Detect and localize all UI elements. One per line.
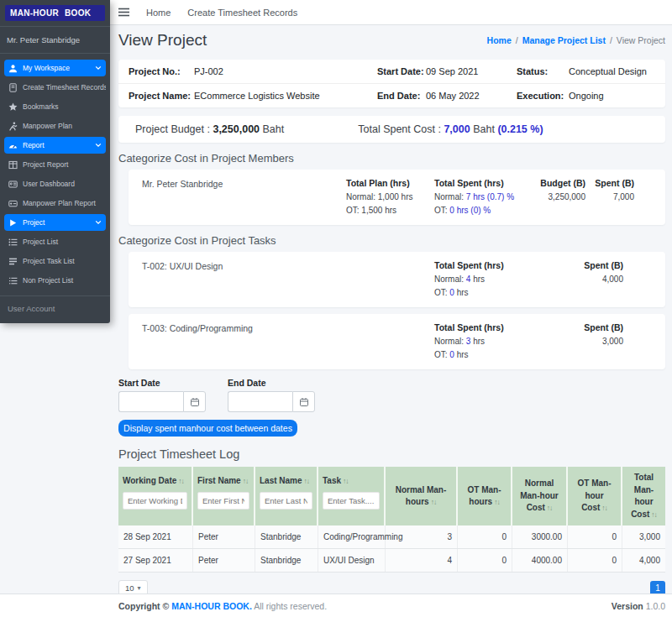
end-date-input[interactable] (228, 391, 292, 412)
brand-logo[interactable]: MAN-HOUR BOOK (5, 5, 105, 21)
cell-last-name: Stanbridge (255, 549, 318, 572)
nav-link-create-timesheet-records[interactable]: Create Timesheet Records (187, 8, 297, 18)
journal-icon (8, 83, 18, 92)
sort-icon[interactable]: ↑↓ (178, 477, 184, 485)
breadcrumb-home[interactable]: Home (487, 35, 512, 45)
calendar-icon[interactable] (292, 391, 315, 412)
start-date-label: Start Date: (377, 66, 426, 76)
sidebar-item-non-project-list[interactable]: Non Project List (4, 272, 106, 289)
cell-task: Coding/Programming (318, 525, 386, 548)
nav-link-home[interactable]: Home (146, 8, 171, 18)
cell-ot-man-hour-cost: 0 (568, 525, 622, 548)
column-header-first-name[interactable]: First Name↑↓ (193, 467, 255, 525)
filter-working-date-input[interactable] (123, 492, 187, 510)
gauge-icon (8, 141, 18, 150)
breadcrumb-separator: / (516, 35, 518, 45)
cell-total-man-hour-cost: 4,000 (622, 549, 665, 572)
member-plan-column: Total Plan (hrs) Normal: 1,000 hrs OT: 1… (346, 178, 434, 215)
sidebar-item-project-task-list[interactable]: Project Task List (4, 253, 106, 269)
filter-first-name-input[interactable] (197, 492, 249, 510)
sidebar-item-bookmarks[interactable]: Bookmarks (4, 98, 106, 115)
status-value: Conceptual Design (569, 66, 655, 76)
column-header-normal-man-hour-cost[interactable]: Normal Man-hour Cost↑↓ (512, 467, 568, 525)
task-spent-column: Total Spent (hrs) Normal: 3 hrs OT: 0 hr… (434, 322, 576, 359)
task-spent-amount-column: Spent (B) 3,000 (576, 322, 623, 359)
cell-ot-man-hour-cost: 0 (568, 549, 622, 572)
sidebar-item-manpower-plan-report[interactable]: Manpower Plan Report (4, 195, 106, 212)
table-row[interactable]: 28 Sep 2021 Peter Stanbridge Coding/Prog… (118, 525, 665, 549)
column-header-working-date[interactable]: Working Date↑↓ (118, 467, 193, 525)
sidebar-item-project-list[interactable]: Project List (4, 233, 106, 250)
breadcrumb-current: View Project (617, 35, 665, 45)
card-icon (8, 199, 18, 208)
spent-normal: Normal: 3 hrs (434, 337, 576, 346)
column-header-normal-man-hours[interactable]: Normal Man-hours↑↓ (386, 467, 458, 525)
calendar-icon[interactable] (183, 391, 206, 412)
brand-row: MAN-HOUR BOOK (0, 0, 110, 27)
sort-icon[interactable]: ↑↓ (601, 504, 607, 512)
cell-ot-man-hours: 0 (458, 525, 512, 548)
project-name-value: ECommerce Logistics Website (194, 91, 377, 101)
sort-icon[interactable]: ↑↓ (547, 504, 553, 512)
start-date-input[interactable] (118, 391, 183, 412)
project-no-value: PJ-002 (194, 66, 377, 76)
cell-first-name: Peter (193, 549, 255, 572)
breadcrumb-manage-project-list[interactable]: Manage Project List (522, 35, 606, 45)
non-list-icon (8, 276, 18, 285)
task-spent-column: Total Spent (hrs) Normal: 4 hrs OT: 0 hr… (434, 260, 576, 297)
date-range-filter: Start Date End Date (118, 378, 665, 412)
column-header-ot-man-hour-cost[interactable]: OT Man-hour Cost↑↓ (568, 467, 622, 525)
task-cost-card: T-002: UX/UI Design Total Spent (hrs) No… (129, 252, 665, 307)
page-size-select[interactable]: 10▾ (118, 580, 148, 593)
spent-header: Total Spent (hrs) (434, 178, 533, 188)
breadcrumb: Home / Manage Project List / View Projec… (487, 35, 665, 45)
sidebar-item-create-timesheet-records[interactable]: Create Timesheet Records (4, 79, 106, 96)
sidebar-user-name: Mr. Peter Stanbridge (0, 27, 110, 54)
sidebar-item-my-workspace[interactable]: My Workspace (4, 60, 106, 76)
budget-summary-bar: Project Budget : 3,250,000 Baht Total Sp… (118, 116, 665, 143)
filter-last-name-input[interactable] (260, 492, 312, 510)
column-header-last-name[interactable]: Last Name↑↓ (255, 467, 318, 525)
sort-icon[interactable]: ↑↓ (304, 477, 310, 485)
project-no-label: Project No.: (129, 66, 194, 76)
task-name: T-002: UX/UI Design (142, 260, 434, 297)
sort-icon[interactable]: ↑↓ (651, 510, 657, 519)
column-header-task[interactable]: Task↑↓ (318, 467, 386, 525)
end-date-label: End Date: (377, 91, 426, 101)
version-text: Version 1.0.0 (612, 601, 665, 611)
footer-brand-link[interactable]: MAN-HOUR BOOK. (171, 601, 252, 611)
spent-amount-header: Spent (B) (576, 260, 623, 270)
cell-normal-man-hours: 3 (386, 525, 458, 548)
sort-icon[interactable]: ↑↓ (243, 477, 249, 485)
project-info-card: Project No.: PJ-002 Start Date: 09 Sep 2… (118, 60, 665, 107)
sidebar-item-project[interactable]: Project (4, 214, 106, 231)
cell-normal-man-hour-cost: 4000.00 (512, 549, 568, 572)
table-pagination: 10▾ 1 (118, 580, 665, 593)
page-1-button[interactable]: 1 (650, 581, 665, 594)
sidebar-item-user-dashboard[interactable]: User Dashboard (4, 175, 106, 192)
sidebar-item-project-report[interactable]: Project Report (4, 156, 106, 173)
start-date-value: 09 Sep 2021 (426, 66, 517, 76)
sidebar-item-report[interactable]: Report (4, 137, 106, 154)
task-list-icon (8, 257, 18, 266)
timesheet-table: Working Date↑↓ First Name↑↓ Last Name↑↓ … (118, 467, 665, 573)
filter-task-input[interactable] (323, 492, 380, 510)
cell-task: UX/UI Design (318, 549, 386, 572)
sidebar-item-manpower-plan[interactable]: Manpower Plan (4, 118, 106, 134)
sort-icon[interactable]: ↑↓ (431, 498, 437, 506)
timesheet-log-title: Project Timesheet Log (118, 447, 665, 461)
menu-toggle-icon[interactable] (118, 8, 129, 17)
column-header-total-man-hour-cost[interactable]: Total Man-hour Cost↑↓ (622, 467, 665, 525)
sort-icon[interactable]: ↑↓ (343, 477, 349, 485)
list-icon (8, 238, 18, 247)
plan-normal: Normal: 1,000 hrs (346, 192, 434, 201)
sort-icon[interactable]: ↑↓ (494, 498, 500, 506)
total-spent-percent: (0.215 %) (497, 123, 543, 135)
execution-value: Ongoing (569, 91, 655, 101)
cell-normal-man-hours: 4 (386, 549, 458, 572)
start-date-group: Start Date (118, 378, 206, 412)
plan-header: Total Plan (hrs) (346, 178, 434, 188)
column-header-ot-man-hours[interactable]: OT Man-hours↑↓ (458, 467, 512, 525)
display-spent-manhour-button[interactable]: Display spent manhour cost between dates (118, 420, 297, 437)
table-row[interactable]: 27 Sep 2021 Peter Stanbridge UX/UI Desig… (118, 549, 665, 573)
